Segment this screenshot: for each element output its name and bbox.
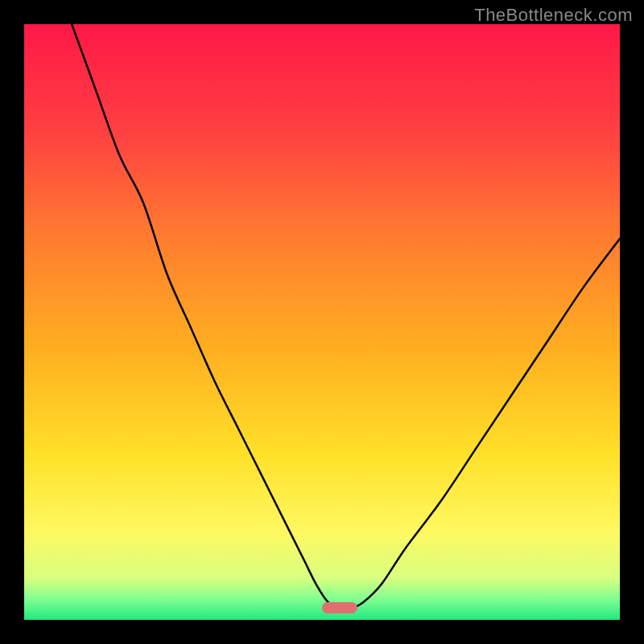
- watermark-text: TheBottleneck.com: [474, 5, 633, 26]
- plot-area: [24, 24, 620, 620]
- gradient-background: [24, 24, 620, 620]
- minimum-marker: [322, 602, 357, 613]
- svg-rect-0: [24, 24, 620, 620]
- chart-frame: TheBottleneck.com: [0, 0, 644, 644]
